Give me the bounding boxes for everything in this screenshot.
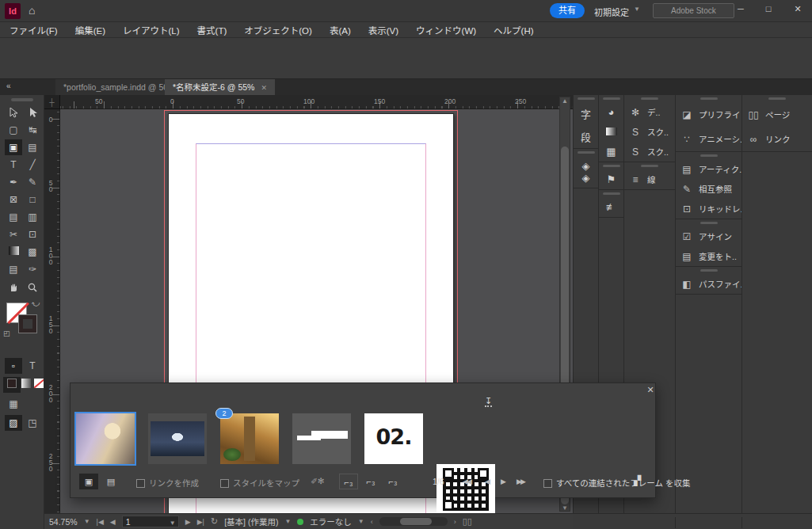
map-styles-checkbox[interactable]: スタイルをマップ <box>220 477 299 489</box>
menu-table[interactable]: 表(A) <box>330 24 351 36</box>
conveyor-place-mode-button[interactable]: ▤ <box>101 474 120 489</box>
free-transform-tool[interactable]: ⊡ <box>24 226 41 242</box>
checkbox-icon[interactable] <box>136 479 145 488</box>
horizontal-grid-tool[interactable]: ▤ <box>5 209 22 225</box>
previous-page-icon[interactable]: ◀ <box>110 518 116 526</box>
conveyor-thumbnail-6[interactable] <box>436 464 495 515</box>
line-tool[interactable]: ╱ <box>24 157 41 173</box>
panel-grip[interactable] <box>578 151 595 154</box>
page-number-field[interactable]: 1▼ <box>122 516 179 527</box>
type-tool[interactable]: T <box>5 157 22 173</box>
hand-tool[interactable] <box>5 279 22 295</box>
paragraph-panel-tab[interactable]: 段 <box>574 125 598 148</box>
panel-grip[interactable] <box>700 97 718 100</box>
content-grabber-icon[interactable]: ▦ <box>5 396 22 412</box>
profile-chevron-icon[interactable]: ▼ <box>284 518 291 525</box>
gap-tool[interactable]: ↹ <box>24 122 41 138</box>
rectangle-tool[interactable]: □ <box>24 192 41 207</box>
pen-tool[interactable]: ✒ <box>5 174 22 190</box>
flag-panel-icon[interactable]: ⚑ <box>599 169 623 189</box>
content-placer-tool[interactable]: ▤ <box>24 139 41 155</box>
formatting-affects-container-button[interactable]: ▫ <box>5 358 22 374</box>
preflight-profile[interactable]: [基本] (作業用) <box>224 516 278 527</box>
screen-mode-normal-button[interactable]: ▨ <box>5 415 22 431</box>
panel-grip[interactable] <box>641 165 658 167</box>
collect-all-icon[interactable]: ▞ <box>634 475 641 486</box>
checkbox-icon[interactable] <box>543 479 552 488</box>
animation-panel-tab[interactable]: ∵アニメーシ.. <box>676 127 741 151</box>
place-load-button[interactable]: ⌐₃ <box>383 474 402 489</box>
stroke-swatch[interactable] <box>19 315 36 333</box>
scissors-tool[interactable]: ✂ <box>5 226 22 242</box>
vertical-grid-tool[interactable]: ▥ <box>24 209 41 225</box>
gradient-panel-icon[interactable] <box>599 122 623 142</box>
swatches-panel-icon[interactable]: ▦ <box>599 142 623 162</box>
next-page-icon[interactable]: ▶ <box>185 518 191 526</box>
menu-window[interactable]: ウィンドウ(W) <box>416 24 476 36</box>
liquid-layout-panel-tab[interactable]: ⊡リキッドレ.. <box>676 199 741 219</box>
menu-layout[interactable]: レイアウト(L) <box>123 24 180 36</box>
panel-grip[interactable] <box>700 154 718 157</box>
first-page-icon[interactable]: |◀ <box>97 518 104 526</box>
menu-file[interactable]: ファイル(F) <box>10 24 58 36</box>
place-remove-button[interactable]: ⌐₃ <box>339 474 358 489</box>
menu-type[interactable]: 書式(T) <box>197 24 227 36</box>
panel-grip[interactable] <box>603 192 620 195</box>
home-icon[interactable]: ⌂ <box>29 4 35 17</box>
toolbar-grip[interactable] <box>11 98 33 101</box>
links-panel-tab[interactable]: ∞リンク <box>742 127 812 151</box>
conveyor-close-icon[interactable]: ✕ <box>645 384 656 395</box>
note-tool[interactable]: ▤ <box>5 261 22 277</box>
close-button[interactable]: ✕ <box>786 0 810 17</box>
next-item-icon[interactable]: ▶ <box>501 478 505 485</box>
default-fill-stroke-icon[interactable]: ◰ <box>3 329 10 337</box>
scroll-up-icon[interactable]: ▲ <box>562 97 568 105</box>
selection-tool[interactable] <box>5 105 22 120</box>
page-tool[interactable]: ▢ <box>5 122 22 138</box>
preflight-panel-tab[interactable]: ◪プリフライト <box>676 102 741 127</box>
color-panel-icon[interactable]: ◕ <box>599 102 623 122</box>
previous-item-icon[interactable]: ◀ <box>485 478 489 485</box>
gradient-feather-tool[interactable]: ▩ <box>24 244 41 260</box>
preflight-refresh-icon[interactable]: ↻ <box>211 516 218 527</box>
layers-panel-icon[interactable]: ◈◈ <box>574 156 598 188</box>
stock-search-input[interactable]: Adobe Stock <box>653 3 734 18</box>
menu-view[interactable]: 表示(V) <box>368 24 398 36</box>
formatting-affects-text-button[interactable]: T <box>24 358 41 374</box>
hscroll-right-icon[interactable]: › <box>454 518 456 526</box>
zoom-chevron-icon[interactable]: ▼ <box>84 518 90 525</box>
spread-view-icon[interactable]: ▯▯ <box>463 516 472 527</box>
minimize-button[interactable]: ─ <box>729 0 753 17</box>
place-keep-button[interactable]: ⌐₃ <box>361 474 380 489</box>
panel-grip[interactable] <box>768 97 786 100</box>
menu-edit[interactable]: 編集(E) <box>75 24 105 36</box>
hscroll-left-icon[interactable]: ‹ <box>371 518 373 526</box>
conveyor-thumbnail-4[interactable] <box>292 413 351 464</box>
last-page-icon[interactable]: ▶| <box>197 518 204 526</box>
page-chevron-icon[interactable]: ▼ <box>170 518 176 529</box>
script-label-panel-tab[interactable]: Sスク.. <box>624 142 675 162</box>
tab-close-icon[interactable]: ✕ <box>261 84 267 92</box>
zoom-level[interactable]: 54.75% <box>49 517 78 527</box>
conveyor-collect-mode-button[interactable]: ▣ <box>79 474 98 489</box>
pathfinder-panel-tab[interactable]: ◧パスファイ.. <box>676 274 741 294</box>
menu-object[interactable]: オブジェクト(O) <box>244 24 312 36</box>
collect-all-frames-checkbox[interactable]: すべての連結されたフレーム を収集 <box>543 477 690 489</box>
horizontal-ruler[interactable] <box>60 95 573 109</box>
horizontal-scrollbar-thumb[interactable] <box>400 518 432 525</box>
gradient-swatch-tool[interactable] <box>5 244 22 260</box>
panel-grip[interactable] <box>578 97 595 100</box>
pages-panel-tab[interactable]: ▯▯ページ <box>742 102 812 127</box>
panel-grip[interactable] <box>700 222 718 224</box>
workspace-chevron-icon[interactable]: ▼ <box>634 6 640 13</box>
color-theme-tool[interactable]: ✑ <box>24 261 41 277</box>
direct-selection-tool[interactable] <box>24 105 41 120</box>
share-button[interactable]: 共有 <box>550 3 585 18</box>
scripts-panel-tab[interactable]: Sスク.. <box>624 122 675 142</box>
data-merge-panel-tab[interactable]: ✻デ.. <box>624 102 675 122</box>
horizontal-scrollbar[interactable] <box>379 517 448 526</box>
stroke-panel-tab[interactable]: ≡線 <box>624 169 675 189</box>
last-item-icon[interactable]: ▶▶ <box>517 478 524 485</box>
screen-mode-preview-button[interactable]: ◳ <box>24 415 41 431</box>
pencil-tool[interactable]: ✎ <box>24 174 41 190</box>
